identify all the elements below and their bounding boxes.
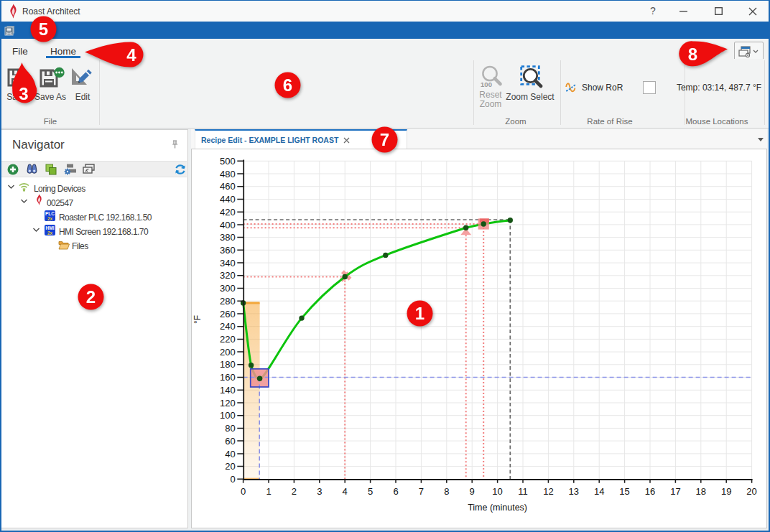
svg-text:40: 40 — [225, 449, 235, 459]
svg-text:12: 12 — [543, 486, 553, 497]
svg-text:100: 100 — [220, 410, 236, 421]
svg-text:100: 100 — [481, 80, 492, 88]
svg-text:120: 120 — [220, 398, 236, 409]
svg-text:20: 20 — [746, 486, 756, 497]
svg-text:180: 180 — [220, 359, 236, 370]
svg-text:16: 16 — [645, 486, 655, 497]
svg-text:2: 2 — [86, 287, 96, 307]
svg-text:11: 11 — [518, 486, 528, 497]
svg-text:9: 9 — [470, 486, 475, 497]
svg-text:60: 60 — [225, 436, 235, 447]
svg-text:18: 18 — [696, 486, 706, 497]
svg-text:2x: 2x — [47, 216, 53, 221]
svg-text:6: 6 — [283, 75, 292, 95]
svg-text:500: 500 — [220, 156, 236, 167]
svg-text:360: 360 — [220, 245, 236, 256]
svg-text:1: 1 — [415, 304, 425, 323]
svg-text:5: 5 — [368, 486, 373, 497]
svg-text:2x: 2x — [47, 230, 53, 235]
svg-text:280: 280 — [220, 296, 236, 307]
svg-text:1: 1 — [266, 486, 271, 497]
svg-text:2: 2 — [292, 486, 297, 497]
svg-text:8: 8 — [444, 486, 449, 497]
svg-text:15: 15 — [619, 486, 629, 497]
svg-text:17: 17 — [670, 486, 680, 497]
svg-text:80: 80 — [225, 423, 235, 434]
svg-text:200: 200 — [220, 347, 236, 358]
svg-text:8: 8 — [688, 45, 697, 64]
svg-text:19: 19 — [721, 486, 731, 497]
svg-text:3: 3 — [317, 486, 322, 497]
svg-text:320: 320 — [220, 270, 236, 281]
svg-text:300: 300 — [220, 283, 236, 294]
svg-text:13: 13 — [569, 486, 579, 497]
svg-text:160: 160 — [220, 372, 236, 383]
svg-text:420: 420 — [220, 207, 236, 218]
svg-text:0: 0 — [241, 486, 246, 497]
svg-text:440: 440 — [220, 194, 236, 205]
svg-text:?: ? — [650, 6, 656, 16]
svg-text:5: 5 — [39, 19, 48, 39]
svg-text:°F: °F — [192, 315, 203, 324]
svg-text:480: 480 — [220, 169, 236, 179]
svg-text:240: 240 — [220, 321, 236, 332]
svg-text:14: 14 — [594, 486, 604, 497]
svg-text:10: 10 — [492, 486, 502, 497]
svg-text:Time (minutes): Time (minutes) — [468, 503, 527, 513]
svg-text:340: 340 — [220, 258, 236, 269]
svg-text:20: 20 — [225, 461, 235, 472]
svg-text:4: 4 — [343, 486, 348, 497]
svg-text:0: 0 — [230, 474, 235, 485]
svg-text:7: 7 — [419, 486, 424, 497]
svg-text:380: 380 — [220, 232, 236, 243]
svg-text:140: 140 — [220, 385, 236, 396]
svg-text:220: 220 — [220, 334, 236, 345]
svg-text:400: 400 — [220, 220, 236, 230]
svg-text:6: 6 — [393, 486, 398, 497]
svg-text:3: 3 — [19, 84, 28, 103]
svg-text:460: 460 — [220, 181, 236, 192]
svg-text:7: 7 — [380, 130, 389, 149]
svg-text:260: 260 — [220, 309, 236, 319]
svg-text:4: 4 — [126, 45, 136, 65]
